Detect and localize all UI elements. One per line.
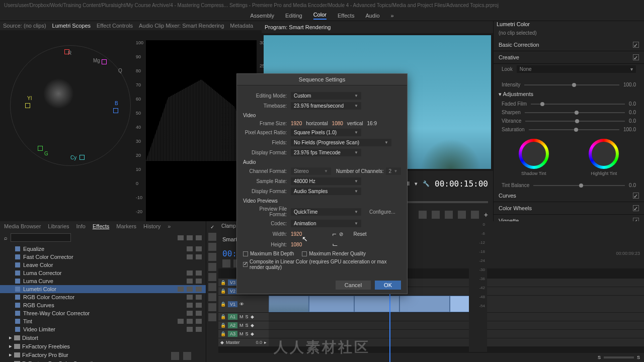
trash-icon[interactable] [183,352,191,360]
section-basic[interactable]: Basic Correction✓ [494,39,644,51]
fx-tint[interactable]: Tint [0,317,206,325]
clip-2[interactable] [309,296,354,312]
sharpen-slider[interactable] [525,112,625,113]
codec-dropdown[interactable]: Animation▼ [291,220,361,227]
max-render-checkbox[interactable] [302,251,307,256]
workspace-more[interactable]: » [391,13,394,19]
fx-luma-curve[interactable]: Luma Curve [0,277,206,285]
settings-icon[interactable] [471,211,479,219]
fields-dropdown[interactable]: No Fields (Progressive Scan)▼ [291,139,391,146]
tab-effects[interactable]: Effects [93,223,109,229]
fx-video-limiter[interactable]: Video Limiter [0,325,206,333]
ripple-tool-icon[interactable] [208,253,216,261]
wrench-icon[interactable]: 🔧 [423,180,430,187]
shadow-tint-wheel[interactable] [519,139,549,169]
preset-type-icon[interactable] [178,235,184,240]
fx-lumetri-color[interactable]: Lumetri Color [0,285,206,293]
tab-metadata[interactable]: Metadata [230,23,253,29]
lock-icon[interactable]: 🔒 [220,314,226,319]
effects-search-input[interactable] [11,233,71,242]
tab-lumetri-scopes[interactable]: Lumetri Scopes [52,23,91,29]
tab-markers[interactable]: Markers [116,223,136,229]
next-icon[interactable]: ▸ [264,340,267,345]
lock-icon[interactable]: 🔒 [220,302,226,307]
intensity-slider[interactable] [524,84,619,85]
mark-out-icon[interactable] [432,211,440,219]
tabs-more[interactable]: » [168,223,171,229]
tab-info[interactable]: Info [76,223,86,229]
adjustments-header[interactable]: ▾ Adjustments [494,89,644,100]
tint-balance-slider[interactable] [533,185,625,186]
lock-icon[interactable]: 🔒 [220,280,226,285]
vibrance-slider[interactable] [525,121,625,122]
lumetri-tab[interactable]: Lumetri Color [497,21,530,27]
selection-tool-icon[interactable] [208,233,216,241]
fx-leave-color[interactable]: Leave Color [0,261,206,269]
type-tool-icon[interactable] [208,303,216,311]
audio-display-dropdown[interactable]: Audio Samples▼ [291,188,361,195]
frame-height-input[interactable]: 1080 [332,121,343,126]
tab-source[interactable]: Source: (no clips) [3,23,46,29]
tab-history[interactable]: History [143,223,160,229]
fx-equalize[interactable]: Equalize [0,245,206,253]
tab-media-browser[interactable]: Media Browser [4,223,41,229]
lock-icon[interactable]: 🔒 [220,323,226,328]
workspace-editing[interactable]: Editing [285,13,302,19]
tab-libraries[interactable]: Libraries [48,223,69,229]
preset-type-icon[interactable] [196,235,202,240]
display-format-dropdown[interactable]: 23.976 fps Timecode▼ [291,149,361,156]
tab-effect-controls[interactable]: Effect Controls [97,23,133,29]
workspace-color[interactable]: Color [313,12,327,20]
fx-fast-color-corrector[interactable]: Fast Color Corrector [0,253,206,261]
lock-icon[interactable]: 🔒 [220,331,226,336]
preview-height-input[interactable]: 1080 [291,242,302,247]
configure-button[interactable]: Configure... [369,209,395,215]
highlight-tint-wheel[interactable] [589,139,619,169]
lock-icon[interactable]: 🔒 [220,289,226,294]
keyframe-icon[interactable]: ◆ [251,331,254,336]
check-icon[interactable]: ✓ [633,54,639,60]
snap-icon[interactable] [222,259,230,267]
comparison-icon[interactable] [458,211,466,219]
workspace-effects[interactable]: Effects [338,13,354,19]
fx-rgb-color-corrector[interactable]: RGB Color Corrector [0,293,206,301]
new-bin-icon[interactable] [171,352,179,360]
folder-fxfactory-freebies[interactable]: ▸ FxFactory Freebies [0,342,206,350]
section-curves[interactable]: Curves✓ [494,190,644,202]
clip-4[interactable] [399,296,450,312]
keyframe-icon[interactable]: ◆ [220,340,224,345]
zoom-tool-icon[interactable] [208,313,216,321]
sample-rate-dropdown[interactable]: 48000 Hz▼ [291,177,361,185]
link-icon[interactable]: ⊘ [339,231,343,237]
timebase-dropdown[interactable]: 23.976 frames/second▼ [291,102,361,110]
preview-format-dropdown[interactable]: QuickTime▼ [291,208,361,216]
section-wheels[interactable]: Color Wheels✓ [494,202,644,215]
reset-button[interactable]: Reset [353,231,366,237]
saturation-slider[interactable] [529,129,619,130]
keyframe-icon[interactable]: ◆ [251,323,254,328]
workspace-audio[interactable]: Audio [365,13,379,19]
program-title[interactable]: Program: Smart Rendering [265,24,331,30]
mark-in-icon[interactable] [419,211,427,219]
faded-film-slider[interactable] [531,104,625,105]
par-dropdown[interactable]: Square Pixels (1.0)▼ [291,129,361,136]
intensity-value[interactable]: 100.0 [623,82,636,87]
composite-linear-checkbox[interactable] [243,262,248,267]
frame-width-input[interactable]: 1920 [291,121,302,126]
look-dropdown[interactable]: None▾ [517,65,636,73]
preview-width-input[interactable]: 1920 [291,231,302,237]
tab-audio-mixer[interactable]: Audio Clip Mixer: Smart Rendering [139,23,224,29]
ok-button[interactable]: OK [375,281,401,290]
clip-1[interactable] [269,296,309,312]
clamp-signal-toggle[interactable]: ✓ [209,223,215,231]
zoom-slider[interactable] [604,356,634,358]
folder-distort[interactable]: ▸ Distort [0,333,206,342]
eye-icon[interactable]: 👁 [239,302,244,307]
add-button[interactable]: + [484,211,488,219]
keyframe-icon[interactable]: ◆ [251,314,254,319]
hand-tool-icon[interactable] [208,293,216,301]
export-frame-icon[interactable] [445,211,453,219]
pen-tool-icon[interactable] [208,283,216,291]
fx-rgb-curves[interactable]: RGB Curves [0,301,206,309]
chevron-down-icon[interactable]: ▾ [415,180,418,187]
